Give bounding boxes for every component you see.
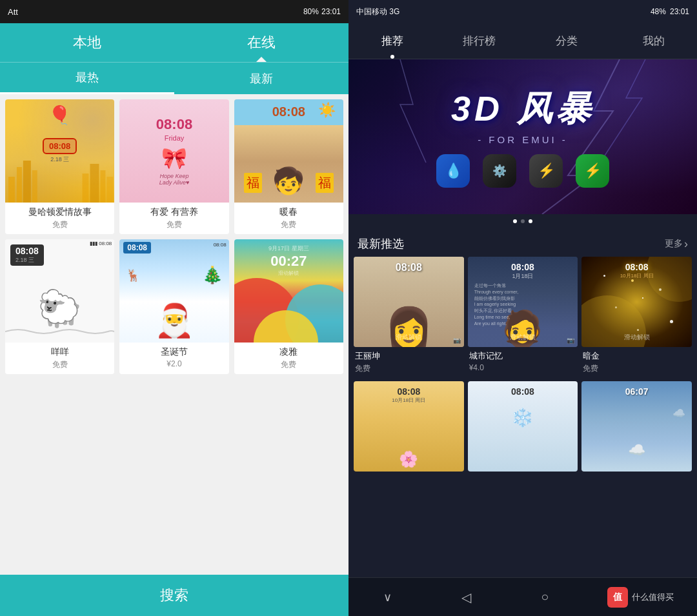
tab-mine[interactable]: 我的 [610, 23, 697, 59]
banner-dots [348, 214, 697, 228]
banner-icon-3: ⚡ [529, 154, 563, 188]
right-content: 3D 风暴 - FOR EMUI - 💧 ⚙️ ⚡ ⚡ 最新推选 更多 › [348, 59, 697, 577]
nav-home-button[interactable]: ○ [529, 581, 561, 613]
theme-item-love[interactable]: 08:08 Friday 🎀 Hope KeepLady Alive♥ 有爱 有… [119, 99, 228, 234]
left-theme-grid: 08:08 2.18 三 🎈 [0, 94, 348, 575]
theme-name-mimi: 咩咩 [10, 346, 109, 358]
tab-new[interactable]: 最新 [174, 63, 348, 94]
theme-price-elegant: 免费 [239, 359, 338, 370]
search-bar[interactable]: 搜索 [0, 575, 348, 616]
theme-price-manhattan: 免费 [10, 219, 109, 230]
section-title: 最新推选 [358, 236, 404, 252]
banner-icon-4: ⚡ [576, 154, 609, 188]
tab-online[interactable]: 在线 [174, 23, 348, 62]
right-theme-name-city: 城市记忆 [469, 350, 577, 362]
home-icon: ○ [541, 590, 549, 604]
theme-name-elegant: 凌雅 [239, 346, 338, 358]
left-status-bar: Att 80% 23:01 [0, 0, 348, 23]
theme-price-spring: 免费 [239, 219, 338, 230]
banner-title: 3D 风暴 [436, 86, 609, 133]
right-theme-item-sky[interactable]: 06:07 ☁️ ☁️ [581, 381, 692, 479]
more-button[interactable]: 更多 › [665, 237, 688, 251]
right-theme-item-warm[interactable]: 08:08 10月18日 周日 🌸 [354, 381, 464, 479]
theme-item-elegant[interactable]: 9月17日 星期三 00:27 滑动解锁 凌雅 免费 [234, 239, 343, 374]
slide-lock-2: 滑动解锁 [468, 333, 578, 342]
slide-lock-1: 滑动解锁 [354, 333, 464, 342]
right-theme-item-wang[interactable]: 08:08 👩 📷 滑动解锁 王丽坤 免费 [354, 257, 464, 377]
svg-rect-5 [90, 164, 99, 203]
right-battery: 48% [651, 7, 666, 16]
right-panel: 中国移动 3G 48% 23:01 推荐 排行榜 分类 我的 [348, 0, 697, 616]
svg-rect-4 [83, 174, 89, 203]
svg-rect-7 [106, 177, 113, 203]
theme-name-xmas: 圣诞节 [125, 346, 223, 358]
banner-icon-2: ⚙️ [483, 154, 516, 188]
status-right: 80% 23:01 [303, 7, 341, 16]
right-theme-name-gold: 暗金 [583, 350, 691, 362]
carrier-label: Att [8, 7, 18, 17]
banner-area[interactable]: 3D 风暴 - FOR EMUI - 💧 ⚙️ ⚡ ⚡ [348, 59, 697, 214]
right-theme-item-city[interactable]: 08:08 1月18日 🧔 走过每一个角落Through every corne… [468, 257, 578, 377]
svg-rect-2 [23, 161, 31, 203]
right-theme-item-snow[interactable]: 08:08 ❄️ [468, 381, 578, 479]
section-header: 最新推选 更多 › [348, 228, 697, 257]
right-theme-item-gold[interactable]: 08:08 10月18日 周日 [581, 257, 692, 377]
theme-price-love: 免费 [125, 219, 223, 230]
banner-subtitle: - FOR EMUI - [436, 134, 609, 145]
right-theme-grid: 08:08 👩 📷 滑动解锁 王丽坤 免费 [348, 257, 697, 484]
theme-name-love: 有爱 有营养 [125, 206, 223, 218]
brand-label: 什么值得买 [632, 591, 674, 603]
status-left: Att [8, 7, 18, 17]
chevron-down-icon: ∨ [383, 590, 392, 604]
right-theme-price-wang: 免费 [355, 363, 463, 374]
nav-back-button[interactable]: ◁ [450, 581, 483, 613]
tab-ranking[interactable]: 排行榜 [436, 23, 523, 59]
dot-3 [529, 219, 532, 223]
svg-rect-6 [100, 170, 105, 203]
right-carrier: 中国移动 3G [356, 6, 399, 17]
svg-rect-1 [17, 167, 22, 203]
dot-2 [521, 219, 525, 223]
time-label: 23:01 [321, 7, 341, 16]
banner-icons: 💧 ⚙️ ⚡ ⚡ [436, 154, 609, 188]
tab-category[interactable]: 分类 [523, 23, 610, 59]
nav-down-button[interactable]: ∨ [372, 581, 404, 613]
search-label: 搜索 [160, 586, 188, 605]
tab-local[interactable]: 本地 [0, 23, 174, 62]
theme-item-spring[interactable]: 08:08 ☀️ 🧒 福 福 暖春 免费 [234, 99, 343, 234]
dot-1 [513, 219, 517, 223]
right-theme-price-city: ¥4.0 [469, 363, 577, 372]
slide-lock-3: 滑动解锁 [581, 333, 692, 342]
right-time: 23:01 [670, 7, 689, 16]
right-bottom-nav: ∨ ◁ ○ 值 什么值得买 [348, 577, 697, 616]
nav-brand-button[interactable]: 值 什么值得买 [607, 587, 674, 608]
theme-name-manhattan: 曼哈顿爱情故事 [10, 206, 109, 218]
battery-label: 80% [303, 7, 319, 16]
banner-icon-1: 💧 [436, 154, 470, 188]
back-icon: ◁ [461, 590, 471, 605]
chevron-icon: › [684, 237, 688, 251]
theme-price-mimi: 免费 [10, 359, 109, 370]
left-sub-tabs: 最热 最新 [0, 62, 348, 94]
svg-rect-3 [32, 170, 37, 203]
svg-rect-0 [8, 177, 15, 203]
theme-name-spring: 暖春 [239, 206, 338, 218]
theme-item-xmas[interactable]: 08:08 08:08 🎅 🎄 🦌 圣诞节 ¥2.0 [119, 239, 228, 374]
left-panel: Att 80% 23:01 本地 在线 最热 最新 [0, 0, 348, 616]
right-theme-name-wang: 王丽坤 [355, 350, 463, 362]
left-nav-tabs: 本地 在线 [0, 23, 348, 62]
right-theme-price-gold: 免费 [583, 363, 691, 374]
tab-hot[interactable]: 最热 [0, 63, 174, 94]
banner-content: 3D 风暴 - FOR EMUI - 💧 ⚙️ ⚡ ⚡ [436, 86, 609, 188]
right-nav-tabs: 推荐 排行榜 分类 我的 [348, 23, 697, 59]
tab-recommend[interactable]: 推荐 [348, 23, 436, 59]
right-status-bar: 中国移动 3G 48% 23:01 [348, 0, 697, 23]
theme-item-manhattan[interactable]: 08:08 2.18 三 🎈 [5, 99, 114, 234]
brand-icon: 值 [607, 587, 628, 608]
theme-price-xmas: ¥2.0 [125, 359, 223, 368]
theme-item-mimi[interactable]: 08:08 2.18 三 ▮▮▮ 08:08 🐑 咩咩 免费 [5, 239, 114, 374]
